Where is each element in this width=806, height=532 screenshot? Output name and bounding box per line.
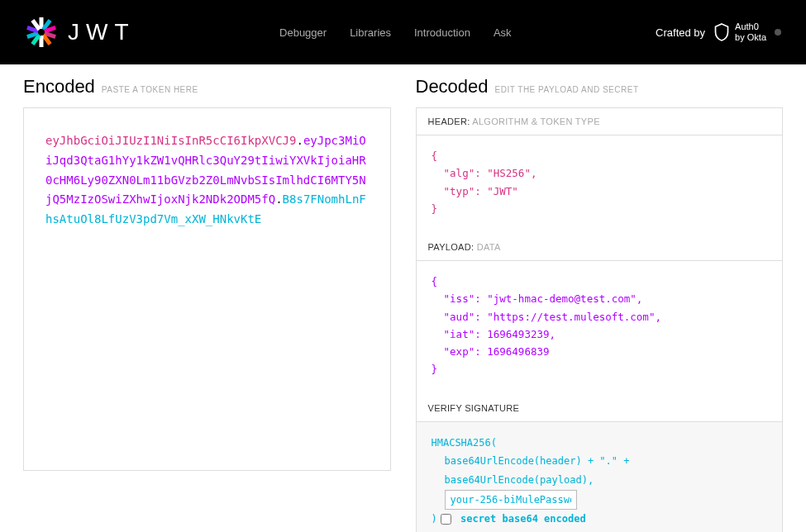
encoded-title: Encoded [23,76,95,97]
payload-label: PAYLOAD: [428,242,475,252]
verify-line2: base64UrlEncode(payload), [432,471,768,490]
verify-line1: base64UrlEncode(header) + "." + [432,452,768,471]
auth0-text1: Auth0 [735,21,766,32]
decoded-hint: EDIT THE PAYLOAD AND SECRET [495,85,639,94]
encoded-token-box[interactable]: eyJhbGciOiJIUzI1NiIsInR5cCI6IkpXVCJ9.eyJ… [23,107,391,471]
top-nav: Debugger Libraries Introduction Ask [279,26,512,39]
logo-text: JWT [68,19,136,45]
verify-close: ) [432,510,437,529]
header-label: HEADER: [428,116,470,126]
auth0-link[interactable]: Auth0 by Okta [713,21,766,43]
auth0-text2: by Okta [735,32,766,43]
encoded-hint: PASTE A TOKEN HERE [102,85,198,94]
payload-json-editor[interactable]: { "iss": "jwt-hmac-demo@test.com", "aud"… [417,261,783,395]
header-json-editor[interactable]: { "alg": "HS256", "typ": "JWT" } [417,135,783,234]
shield-icon [713,22,730,42]
nav-introduction[interactable]: Introduction [414,26,470,39]
decoded-header-bar: HEADER: ALGORITHM & TOKEN TYPE [417,108,783,135]
encoded-column: Encoded PASTE A TOKEN HERE eyJhbGciOiJIU… [23,76,391,532]
header-right: Crafted by Auth0 by Okta [656,21,781,43]
verify-label: VERIFY SIGNATURE [428,403,520,413]
nav-debugger[interactable]: Debugger [279,26,327,39]
secret-base64-label[interactable]: secret base64 encoded [441,510,586,529]
logo-group[interactable]: JWT [25,16,136,49]
token-header-segment: eyJhbGciOiJIUzI1NiIsInR5cCI6IkpXVCJ9 [45,134,296,147]
top-header: JWT Debugger Libraries Introduction Ask … [0,0,806,64]
nav-ask[interactable]: Ask [494,26,512,39]
star-logo-icon [25,16,58,49]
payload-sublabel: DATA [477,242,501,252]
decoded-title: Decoded [416,76,489,97]
decoded-column: Decoded EDIT THE PAYLOAD AND SECRET HEAD… [416,76,784,532]
extension-indicator-icon[interactable] [775,29,781,36]
crafted-by-label: Crafted by [656,26,705,39]
nav-libraries[interactable]: Libraries [350,26,391,39]
verify-bar: VERIFY SIGNATURE [417,395,783,422]
secret-base64-checkbox[interactable] [441,514,451,525]
verify-signature-box: HMACSHA256( base64UrlEncode(header) + ".… [417,422,783,533]
verify-algo: HMACSHA256( [432,434,768,453]
secret-input[interactable] [445,490,577,510]
header-sublabel: ALGORITHM & TOKEN TYPE [472,116,600,126]
decoded-payload-bar: PAYLOAD: DATA [417,234,783,261]
